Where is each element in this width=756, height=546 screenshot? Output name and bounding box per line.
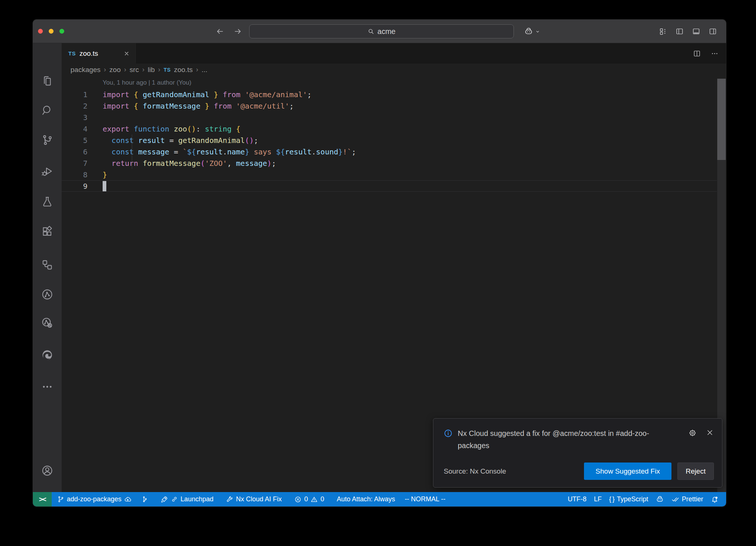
code-text: const result = getRandomAnimal(); [87, 136, 258, 145]
notification-close-icon[interactable] [706, 429, 714, 437]
code-line[interactable]: 7 return formatMessage('ZOO', message); [62, 157, 715, 169]
breadcrumb: packages › zoo › src › lib › TS zoo.ts ›… [62, 64, 726, 76]
wrench-icon [226, 496, 233, 503]
search-icon [368, 28, 374, 35]
link-icon [171, 496, 178, 503]
notifications-bell-item[interactable] [707, 492, 722, 506]
chevron-down-icon [535, 29, 540, 34]
search-view-icon[interactable] [41, 104, 54, 117]
accounts-icon[interactable] [41, 464, 54, 477]
vscode-window: acme [33, 20, 726, 506]
code-line[interactable]: 2import { formatMessage } from '@acme/ut… [62, 100, 715, 112]
language-mode-item[interactable]: { } TypeScript [605, 492, 652, 506]
nx-pipeline-item[interactable] [137, 492, 152, 506]
source-control-icon[interactable] [41, 134, 54, 146]
code-line[interactable]: 8} [62, 169, 715, 180]
code-line[interactable]: 6 const message = `${result.name} says $… [62, 146, 715, 157]
git-branch-item[interactable]: add-zoo-packages [54, 492, 135, 506]
braces-icon: { } [609, 495, 614, 503]
zoom-window-button[interactable] [59, 29, 64, 34]
nx-cloud-ai-fix-label: Nx Cloud AI Fix [236, 495, 282, 503]
tab-close-icon[interactable] [124, 51, 130, 57]
errors-icon [294, 496, 302, 503]
copilot-menu[interactable] [524, 20, 540, 43]
tab-label: zoo.ts [79, 50, 98, 58]
formatter-item[interactable]: Prettier [668, 492, 707, 506]
code-lines: 1import { getRandomAnimal } from '@acme/… [62, 89, 715, 192]
line-number: 8 [62, 170, 87, 179]
show-suggested-fix-button[interactable]: Show Suggested Fix [584, 463, 671, 480]
line-number: 2 [62, 102, 87, 110]
breadcrumb-separator: › [124, 66, 126, 74]
encoding-item[interactable]: UTF-8 [564, 492, 590, 506]
nx-cloud-ai-fix-item[interactable]: Nx Cloud AI Fix [222, 492, 285, 506]
code-line[interactable]: 3 [62, 112, 715, 123]
extensions-icon[interactable] [41, 225, 54, 238]
notification-settings-gear-icon[interactable] [688, 429, 697, 437]
toggle-panel-icon[interactable] [692, 27, 700, 35]
remote-indicator[interactable]: >< [33, 492, 52, 506]
breadcrumb-separator: › [196, 66, 198, 74]
git-branch-icon [57, 496, 64, 503]
code-text: } [87, 170, 107, 179]
more-views-icon[interactable] [41, 381, 54, 393]
breadcrumb-file[interactable]: zoo.ts [174, 66, 193, 74]
vim-mode-item[interactable]: -- NORMAL -- [401, 492, 449, 506]
code-line[interactable]: 1import { getRandomAnimal } from '@acme/… [62, 89, 715, 100]
launchpad-item[interactable]: Launchpad [157, 492, 217, 506]
breadcrumb-item[interactable]: src [130, 66, 139, 74]
project-view-icon[interactable] [41, 259, 54, 271]
indent-guide [132, 134, 132, 169]
line-number: 1 [62, 90, 87, 99]
go-back-icon[interactable] [216, 27, 224, 36]
customize-layout-icon[interactable] [659, 27, 667, 35]
breadcrumb-separator: › [142, 66, 144, 74]
copilot-icon [656, 495, 664, 504]
testing-icon[interactable] [41, 195, 54, 208]
breadcrumb-symbol-ellipsis[interactable]: ... [202, 66, 207, 74]
line-number: 3 [62, 113, 87, 122]
more-actions-icon[interactable] [711, 50, 719, 58]
text-cursor [103, 181, 106, 191]
breadcrumb-item[interactable]: lib [148, 66, 155, 74]
line-number: 7 [62, 159, 87, 168]
problems-item[interactable]: 0 0 [291, 492, 328, 506]
notification-toast: Nx Cloud suggested a fix for @acme/zoo:t… [433, 418, 722, 488]
tab-strip: TS zoo.ts [62, 43, 726, 64]
branch-name: add-zoo-packages [67, 495, 121, 503]
run-and-debug-icon[interactable] [41, 165, 54, 178]
auto-attach-item[interactable]: Auto Attach: Always [333, 492, 399, 506]
toggle-secondary-sidebar-icon[interactable] [709, 27, 717, 35]
status-bar: >< add-zoo-packages [33, 492, 726, 506]
eol-item[interactable]: LF [590, 492, 605, 506]
toggle-primary-sidebar-icon[interactable] [676, 27, 684, 35]
code-line[interactable]: 9 [62, 180, 715, 192]
close-window-button[interactable] [38, 29, 43, 34]
minimize-window-button[interactable] [49, 29, 54, 34]
git-blame-annotation: You, 1 hour ago | 1 author (You) [103, 79, 191, 86]
nx-console-icon[interactable] [41, 288, 54, 301]
split-editor-icon[interactable] [693, 50, 701, 58]
edge-browser-icon[interactable] [41, 349, 54, 361]
info-icon [444, 427, 453, 438]
tab-zoo-ts[interactable]: TS zoo.ts [62, 43, 136, 64]
search-value: acme [378, 27, 396, 36]
notification-message: Nx Cloud suggested a fix for @acme/zoo:t… [458, 427, 670, 452]
breadcrumb-item[interactable]: packages [71, 66, 100, 74]
language-label: TypeScript [617, 495, 648, 503]
errors-count: 0 [304, 495, 308, 503]
breadcrumb-item[interactable]: zoo [109, 66, 121, 74]
formatter-label: Prettier [682, 495, 703, 503]
go-forward-icon[interactable] [233, 27, 242, 36]
code-line[interactable]: 4export function zoo(): string { [62, 123, 715, 134]
copilot-status-item[interactable] [652, 492, 668, 506]
command-center-search[interactable]: acme [249, 24, 514, 38]
code-line[interactable]: 5 const result = getRandomAnimal(); [62, 134, 715, 146]
notification-source: Source: Nx Console [444, 467, 506, 475]
explorer-icon[interactable] [41, 75, 54, 87]
title-bar: acme [33, 20, 726, 43]
line-number: 6 [62, 147, 87, 156]
nx-cloud-icon[interactable] [41, 317, 54, 329]
scrollbar-slider[interactable] [717, 79, 726, 160]
reject-button[interactable]: Reject [677, 463, 714, 480]
